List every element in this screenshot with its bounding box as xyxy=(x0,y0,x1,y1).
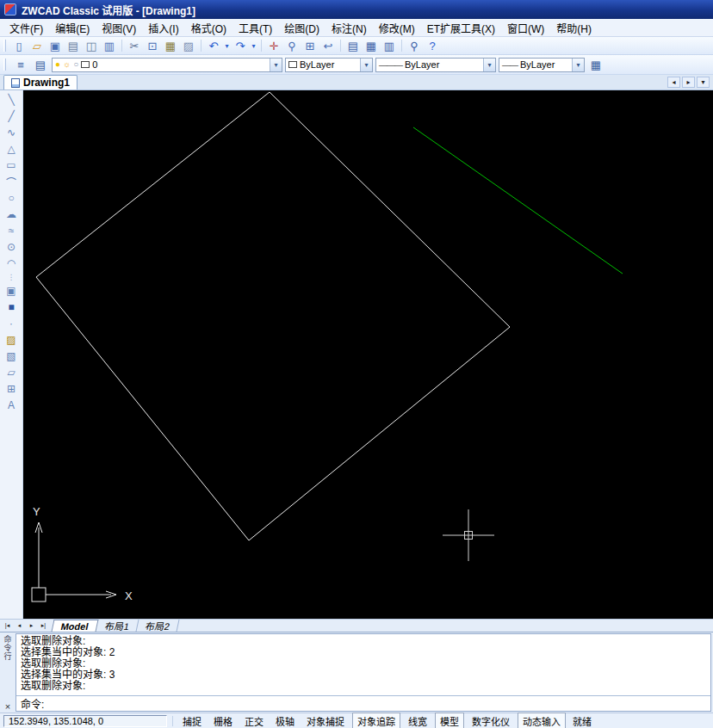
open-icon[interactable]: ▱ xyxy=(28,38,46,53)
table-icon[interactable]: ⊞ xyxy=(3,382,20,396)
linetype-select[interactable]: ——— ByLayer ▾ xyxy=(375,58,496,72)
next-drawing-button[interactable]: ▸ xyxy=(682,77,695,88)
rotated-square[interactable] xyxy=(36,92,510,540)
polygon-icon[interactable]: △ xyxy=(3,142,20,156)
plot-icon[interactable]: ▥ xyxy=(101,38,118,53)
menu-item[interactable]: 视图(V) xyxy=(96,19,142,37)
save-icon[interactable]: ▣ xyxy=(46,38,64,53)
first-layout-button[interactable]: |◂ xyxy=(2,620,13,631)
gradient-icon[interactable]: ▧ xyxy=(3,349,20,363)
coordinate-display[interactable]: 152.3949, 135.1048, 0 xyxy=(3,715,167,727)
toggle-dynamic-input[interactable]: 动态输入 xyxy=(518,713,566,728)
ellipse-arc-icon[interactable]: ◠ xyxy=(3,256,20,270)
make-block-icon[interactable]: ■ xyxy=(3,300,20,314)
properties-toolbar: ≡ ▤ ● ☼ ○ 0 ▾ ByLayer ▾ ——— ByLayer ▾ ——… xyxy=(0,55,713,75)
command-panel-close-button[interactable]: × xyxy=(5,702,10,711)
menu-item[interactable]: 窗口(W) xyxy=(501,19,550,37)
toggle-polar[interactable]: 极轴 xyxy=(271,713,299,728)
menu-item[interactable]: 格式(O) xyxy=(185,19,232,37)
zoom-window-icon[interactable]: ⊞ xyxy=(301,38,319,53)
layer-dropdown-arrow[interactable]: ▾ xyxy=(270,59,282,71)
grid-tool-button[interactable]: ▦ xyxy=(587,57,604,72)
redo-history-arrow[interactable]: ▾ xyxy=(250,38,257,53)
print-icon[interactable]: ▤ xyxy=(65,38,82,53)
color-dropdown-arrow[interactable]: ▾ xyxy=(360,59,372,71)
tab-layout1[interactable]: 布局1 xyxy=(96,620,139,632)
toolbar-grip[interactable] xyxy=(3,59,6,71)
properties-icon[interactable]: ▤ xyxy=(344,38,362,53)
layers-icon[interactable]: ▤ xyxy=(32,57,49,72)
menu-item[interactable]: ET扩展工具(X) xyxy=(421,19,501,37)
polyline-icon[interactable]: ∿ xyxy=(3,126,20,139)
spline-icon[interactable]: ≈ xyxy=(3,224,20,238)
menu-item[interactable]: 工具(T) xyxy=(232,19,278,37)
prev-drawing-button[interactable]: ◂ xyxy=(667,77,680,88)
menu-item[interactable]: 编辑(E) xyxy=(49,19,96,37)
match-properties-icon[interactable]: ▨ xyxy=(180,38,197,53)
copy-icon[interactable]: ⊡ xyxy=(144,38,161,53)
command-panel-grip[interactable]: 命令行 × xyxy=(0,632,16,713)
find-icon[interactable]: ⚲ xyxy=(406,38,423,53)
drawing-canvas-svg: Y X xyxy=(23,90,713,619)
menu-item[interactable]: 帮助(H) xyxy=(550,19,598,37)
toggle-grid[interactable]: 栅格 xyxy=(209,713,237,728)
construction-line-icon[interactable]: ╱ xyxy=(3,109,20,123)
toggle-ortho[interactable]: 正交 xyxy=(240,713,268,728)
revision-cloud-icon[interactable]: ☁ xyxy=(3,207,20,221)
toggle-osnap[interactable]: 对象捕捉 xyxy=(302,713,349,728)
toggle-otrack[interactable]: 对象追踪 xyxy=(352,713,400,728)
drawing-tab[interactable]: Drawing1 xyxy=(3,75,78,89)
designcenter-icon[interactable]: ▦ xyxy=(363,38,380,53)
drawing-list-button[interactable]: ▾ xyxy=(697,77,710,88)
undo-icon[interactable]: ↶ xyxy=(205,38,222,53)
lineweight-select[interactable]: —— ByLayer ▾ xyxy=(499,58,585,72)
new-icon[interactable]: ▯ xyxy=(10,38,28,53)
cut-icon[interactable]: ✂ xyxy=(126,38,143,53)
hatch-icon[interactable]: ▨ xyxy=(3,333,20,347)
toggle-snap[interactable]: 捕捉 xyxy=(178,713,206,728)
layer-properties-manager-icon[interactable]: ≡ xyxy=(12,57,29,72)
undo-history-arrow[interactable]: ▾ xyxy=(223,38,231,53)
lineweight-dropdown-arrow[interactable]: ▾ xyxy=(572,59,584,71)
toggle-model[interactable]: 模型 xyxy=(435,713,464,728)
tab-model[interactable]: Model xyxy=(52,620,99,632)
toggle-digitizer[interactable]: 数字化仪 xyxy=(468,713,514,728)
paste-icon[interactable]: ▦ xyxy=(162,38,179,53)
mtext-icon[interactable]: A xyxy=(3,398,20,412)
tab-layout2[interactable]: 布局2 xyxy=(136,620,179,632)
menu-item[interactable]: 标注(N) xyxy=(326,19,373,37)
last-layout-button[interactable]: ▸| xyxy=(38,620,49,631)
linetype-dropdown-arrow[interactable]: ▾ xyxy=(483,59,495,71)
circle-icon[interactable]: ○ xyxy=(3,191,20,205)
help-icon[interactable]: ? xyxy=(424,38,441,53)
toggle-lineweight[interactable]: 线宽 xyxy=(404,713,431,728)
arc-icon[interactable]: ⌒ xyxy=(3,175,20,188)
layer-select[interactable]: ● ☼ ○ 0 ▾ xyxy=(52,58,282,72)
standard-toolbar: ▯▱▣▤◫▥✂⊡▦▨↶▾↷▾✛⚲⊞↩▤▦▥⚲? xyxy=(0,37,713,55)
point-icon[interactable]: ∙ xyxy=(3,317,20,330)
toolbar-grip[interactable] xyxy=(3,40,6,52)
next-layout-button[interactable]: ▸ xyxy=(26,620,37,631)
menu-item[interactable]: 文件(F) xyxy=(3,19,49,37)
zoom-realtime-icon[interactable]: ⚲ xyxy=(283,38,301,53)
menu-item[interactable]: 插入(I) xyxy=(142,19,184,37)
insert-block-icon[interactable]: ▣ xyxy=(3,284,20,298)
command-input[interactable] xyxy=(46,699,706,709)
color-select[interactable]: ByLayer ▾ xyxy=(285,58,373,72)
rectangle-icon[interactable]: ▭ xyxy=(3,158,20,172)
zoom-previous-icon[interactable]: ↩ xyxy=(319,38,337,53)
layer-on-icon: ● xyxy=(55,60,60,69)
tool-palettes-icon[interactable]: ▥ xyxy=(381,38,398,53)
prev-layout-button[interactable]: ◂ xyxy=(14,620,25,631)
command-input-row[interactable]: 命令: xyxy=(16,695,710,711)
region-icon[interactable]: ▱ xyxy=(3,366,20,379)
ellipse-icon[interactable]: ⊙ xyxy=(3,240,20,254)
menu-item[interactable]: 绘图(D) xyxy=(278,19,326,37)
line-icon[interactable]: ╲ xyxy=(3,93,20,107)
green-line[interactable] xyxy=(413,127,623,274)
print-preview-icon[interactable]: ◫ xyxy=(83,38,100,53)
pan-icon[interactable]: ✛ xyxy=(265,38,282,53)
redo-icon[interactable]: ↷ xyxy=(232,38,249,53)
menu-item[interactable]: 修改(M) xyxy=(373,19,421,37)
drawing-viewport[interactable]: Y X xyxy=(23,90,713,619)
